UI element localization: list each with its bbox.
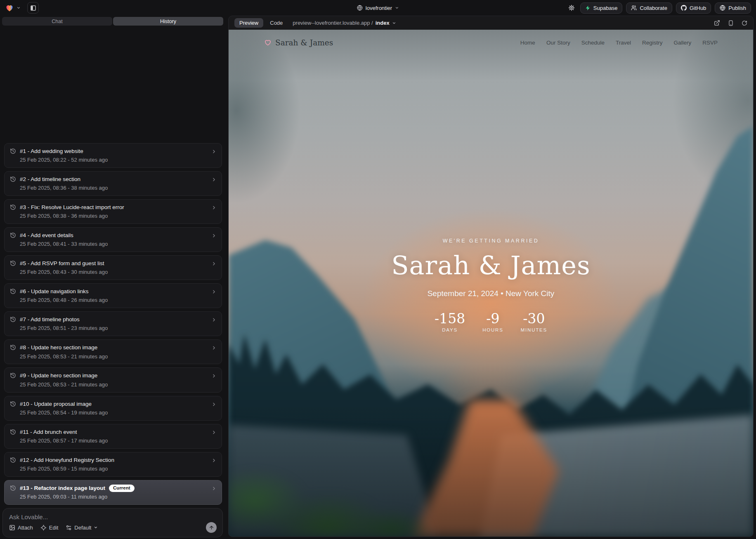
history-item-title: #12 - Add Honeyfund Registry Section: [20, 457, 114, 464]
history-item-title: #11 - Add brunch event: [20, 428, 77, 436]
chevron-right-icon: [211, 261, 217, 266]
mobile-view-button[interactable]: [728, 20, 734, 26]
history-icon: [10, 148, 16, 154]
chevron-right-icon: [211, 430, 217, 435]
history-item-body: #7 - Add timeline photos 25 Feb 2025, 08…: [20, 316, 211, 332]
chevron-right-icon: [211, 205, 217, 210]
nav-link[interactable]: Schedule: [581, 40, 605, 46]
history-item-body: #5 - Add RSVP form and guest list 25 Feb…: [20, 260, 211, 276]
sidebar: Chat History #1 - Add wedding website 25…: [0, 16, 225, 539]
history-item[interactable]: #8 - Update hero section image 25 Feb 20…: [4, 339, 222, 364]
supabase-label: Supabase: [593, 5, 618, 11]
history-item-meta: 25 Feb 2025, 08:36 - 38 minutes ago: [20, 185, 211, 192]
nav-link[interactable]: Our Story: [546, 40, 570, 46]
history-item-title: #9 - Update hero section image: [20, 372, 97, 379]
history-item[interactable]: #9 - Update hero section image 25 Feb 20…: [4, 367, 222, 392]
nav-link[interactable]: Travel: [616, 40, 631, 46]
hero-title: Sarah & James: [391, 250, 591, 280]
open-in-new-tab-button[interactable]: [714, 20, 720, 26]
ask-lovable-input[interactable]: [9, 513, 217, 520]
publish-button[interactable]: Publish: [715, 2, 751, 14]
refresh-icon: [742, 20, 747, 26]
tab-chat[interactable]: Chat: [2, 17, 112, 26]
lovable-logo-heart-icon[interactable]: [5, 3, 14, 12]
github-button[interactable]: GitHub: [676, 2, 711, 14]
history-icon: [10, 429, 16, 435]
history-item[interactable]: #3 - Fix: Resolve Lucide-react import er…: [4, 199, 222, 224]
tab-preview[interactable]: Preview: [234, 18, 263, 28]
history-icon: [10, 204, 16, 210]
logo-menu-chevron-down-icon[interactable]: [17, 6, 21, 10]
tab-code[interactable]: Code: [270, 20, 283, 26]
sliders-icon: [66, 525, 72, 531]
current-badge: Current: [109, 485, 135, 492]
countdown-unit: -30 MINUTES: [521, 312, 547, 332]
history-item[interactable]: #5 - Add RSVP form and guest list 25 Feb…: [4, 255, 222, 280]
history-item[interactable]: #12 - Add Honeyfund Registry Section 25 …: [4, 452, 222, 477]
history-item[interactable]: #7 - Add timeline photos 25 Feb 2025, 08…: [4, 311, 222, 336]
supabase-button[interactable]: Supabase: [580, 2, 623, 14]
chevron-right-icon: [211, 402, 217, 407]
attach-label: Attach: [18, 525, 33, 531]
countdown-label: DAYS: [442, 327, 458, 332]
history-icon: [10, 176, 16, 182]
history-item[interactable]: #1 - Add wedding website 25 Feb 2025, 08…: [4, 143, 222, 168]
nav-link[interactable]: Home: [520, 40, 535, 46]
send-button[interactable]: [206, 522, 217, 533]
panel-left-icon: [30, 5, 36, 11]
history-item-body: #10 - Update proposal image 25 Feb 2025,…: [20, 400, 211, 417]
chat-composer: Attach Edit Default: [2, 508, 223, 537]
site-header: Sarah & James HomeOur StoryScheduleTrave…: [229, 30, 753, 55]
edit-label: Edit: [49, 525, 58, 531]
mode-select[interactable]: Default: [66, 525, 98, 531]
preview-url[interactable]: preview--lovefrontier.lovable.app / inde…: [293, 20, 396, 26]
history-icon: [10, 260, 16, 266]
countdown-value: -9: [486, 312, 499, 325]
lovable-app-window: lovefrontier Supabase Collaborate: [0, 0, 756, 539]
history-item-body: #8 - Update hero section image 25 Feb 20…: [20, 344, 211, 360]
site-brand[interactable]: Sarah & James: [264, 38, 333, 47]
history-item-title: #2 - Add timeline section: [20, 176, 80, 183]
countdown-value: -158: [435, 312, 465, 325]
external-link-icon: [714, 20, 720, 26]
attach-image-icon: [9, 525, 15, 531]
preview-url-base: preview--lovefrontier.lovable.app /: [293, 20, 373, 26]
history-item-meta: 25 Feb 2025, 08:51 - 23 minutes ago: [20, 325, 211, 332]
history-item-title: #8 - Update hero section image: [20, 344, 97, 351]
chevron-right-icon: [211, 486, 217, 491]
brand-heart-icon: [264, 39, 272, 46]
nav-link[interactable]: RSVP: [702, 40, 718, 46]
history-item-meta: 25 Feb 2025, 08:54 - 19 minutes ago: [20, 410, 211, 417]
nav-link[interactable]: Gallery: [673, 40, 691, 46]
tab-history[interactable]: History: [113, 17, 223, 26]
project-chevron-down-icon: [395, 6, 399, 10]
history-item[interactable]: #6 - Update navigation links 25 Feb 2025…: [4, 283, 222, 308]
history-item-meta: 25 Feb 2025, 08:43 - 30 minutes ago: [20, 269, 211, 276]
toggle-sidebar-button[interactable]: [27, 2, 39, 14]
nav-link[interactable]: Registry: [642, 40, 663, 46]
hero-content: WE'RE GETTING MARRIED Sarah & James Sept…: [229, 238, 753, 332]
history-item-meta: 25 Feb 2025, 09:03 - 11 minutes ago: [20, 494, 211, 501]
project-switcher[interactable]: lovefrontier: [357, 0, 399, 16]
history-item-body: #6 - Update navigation links 25 Feb 2025…: [20, 288, 211, 304]
history-item[interactable]: #11 - Add brunch event 25 Feb 2025, 08:5…: [4, 424, 222, 449]
history-item-body: #9 - Update hero section image 25 Feb 20…: [20, 372, 211, 388]
history-item[interactable]: #13 - Refactor index page layout Current…: [4, 480, 222, 505]
history-item-meta: 25 Feb 2025, 08:59 - 15 minutes ago: [20, 466, 211, 473]
history-item-title: #7 - Add timeline photos: [20, 316, 80, 323]
history-item[interactable]: #10 - Update proposal image 25 Feb 2025,…: [4, 396, 222, 421]
attach-button[interactable]: Attach: [9, 525, 33, 531]
collaborate-button[interactable]: Collaborate: [626, 2, 672, 14]
history-item[interactable]: #2 - Add timeline section 25 Feb 2025, 0…: [4, 171, 222, 196]
history-item[interactable]: #4 - Add event details 25 Feb 2025, 08:4…: [4, 227, 222, 252]
history-item-body: #2 - Add timeline section 25 Feb 2025, 0…: [20, 176, 211, 192]
edit-button[interactable]: Edit: [40, 525, 58, 531]
history-icon: [10, 344, 16, 351]
refresh-button[interactable]: [742, 20, 747, 26]
settings-button[interactable]: [567, 3, 576, 13]
topbar-left: [5, 2, 39, 14]
select-element-icon: [40, 525, 47, 531]
collaborate-label: Collaborate: [640, 5, 667, 11]
project-name: lovefrontier: [366, 5, 392, 11]
preview-url-page: index: [376, 20, 390, 26]
